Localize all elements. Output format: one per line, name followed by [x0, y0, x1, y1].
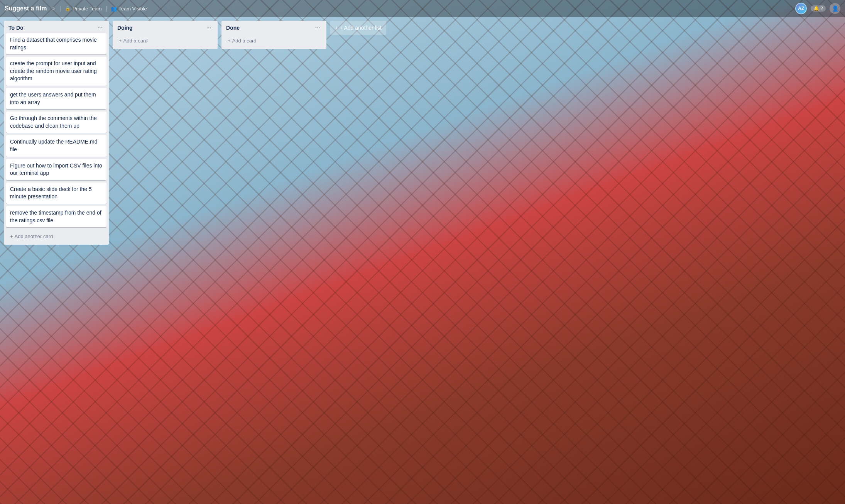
card-timestamp-text: remove the timestamp from the end of the… [10, 210, 101, 223]
card-import-csv-text: Figure out how to import CSV files into … [10, 162, 102, 176]
add-card-doing-button[interactable]: + Add a card [116, 36, 215, 46]
card-users-answers[interactable]: get the users answers and put them into … [6, 88, 106, 109]
card-import-csv[interactable]: Figure out how to import CSV files into … [6, 159, 106, 180]
visibility-meta: 🔒 Private Team [65, 6, 102, 12]
card-find-dataset-text: Find a dataset that comprises movie rati… [10, 37, 97, 51]
list-todo-footer: + Add another card [4, 230, 109, 245]
card-slide-deck-text: Create a basic slide deck for the 5 minu… [10, 186, 92, 200]
members-icon[interactable]: 👤 [830, 3, 840, 14]
board-title: Suggest a film [5, 5, 47, 12]
card-users-answers-text: get the users answers and put them into … [10, 91, 96, 105]
card-comments-cleanup[interactable]: Go through the comments within the codeb… [6, 112, 106, 133]
list-todo-title: To Do [8, 25, 24, 31]
list-done: Done ··· + Add a card [221, 21, 326, 49]
plus-icon-doing: + [119, 38, 122, 44]
card-find-dataset[interactable]: Find a dataset that comprises movie rati… [6, 33, 106, 54]
list-todo: To Do ··· Find a dataset that comprises … [4, 21, 109, 245]
add-another-list-button[interactable]: + + Add another list [330, 21, 386, 35]
add-card-done-label: Add a card [232, 38, 257, 44]
navbar: Suggest a film ☆ | 🔒 Private Team | 👥 Te… [0, 0, 845, 17]
plus-icon-todo: + [10, 233, 13, 239]
card-readme-text: Continually update the README.md file [10, 139, 97, 152]
list-doing-menu-button[interactable]: ··· [204, 24, 214, 32]
list-todo-header: To Do ··· [4, 21, 109, 33]
lock-icon: 🔒 [65, 6, 71, 11]
card-timestamp[interactable]: remove the timestamp from the end of the… [6, 206, 106, 227]
card-slide-deck[interactable]: Create a basic slide deck for the 5 minu… [6, 183, 106, 204]
add-card-doing-label: Add a card [123, 38, 148, 44]
list-todo-menu-button[interactable]: ··· [95, 24, 105, 32]
board-area: To Do ··· Find a dataset that comprises … [0, 17, 845, 504]
list-done-header: Done ··· [221, 21, 326, 33]
plus-icon-done: + [228, 38, 231, 44]
card-prompt-algorithm[interactable]: create the prompt for user input and cre… [6, 57, 106, 86]
list-doing-footer: + Add a card [113, 33, 218, 49]
notification-badge[interactable]: 🔔 2 [811, 5, 826, 12]
card-readme[interactable]: Continually update the README.md file [6, 135, 106, 156]
list-doing: Doing ··· + Add a card [113, 21, 218, 49]
board-lists: To Do ··· Find a dataset that comprises … [0, 17, 845, 504]
card-prompt-algorithm-text: create the prompt for user input and cre… [10, 60, 97, 81]
star-icon[interactable]: ☆ [51, 5, 56, 12]
notification-icon: 🔔 [813, 6, 819, 11]
nav-separator: | [59, 5, 61, 12]
list-done-title: Done [226, 25, 240, 31]
team-icon: 👥 [111, 6, 117, 12]
add-another-list-label: + Add another list [340, 25, 382, 31]
team-label: 👥 Team Visible [111, 6, 147, 12]
avatar-initials: AZ [798, 6, 804, 11]
plus-icon-list: + [335, 25, 338, 31]
nav-separator-2: | [106, 5, 107, 12]
add-card-todo-button[interactable]: + Add another card [7, 231, 106, 242]
user-avatar[interactable]: AZ [795, 3, 807, 14]
add-card-todo-label: Add another card [15, 233, 53, 239]
list-doing-header: Doing ··· [113, 21, 218, 33]
list-doing-title: Doing [117, 25, 133, 31]
notification-count: 2 [820, 6, 823, 11]
list-done-menu-button[interactable]: ··· [313, 24, 323, 32]
add-card-done-button[interactable]: + Add a card [225, 36, 323, 46]
list-todo-cards: Find a dataset that comprises movie rati… [4, 33, 109, 230]
visibility-label: Private Team [73, 6, 102, 12]
list-done-footer: + Add a card [221, 33, 326, 49]
team-name: Team Visible [118, 6, 147, 12]
card-comments-cleanup-text: Go through the comments within the codeb… [10, 115, 97, 129]
